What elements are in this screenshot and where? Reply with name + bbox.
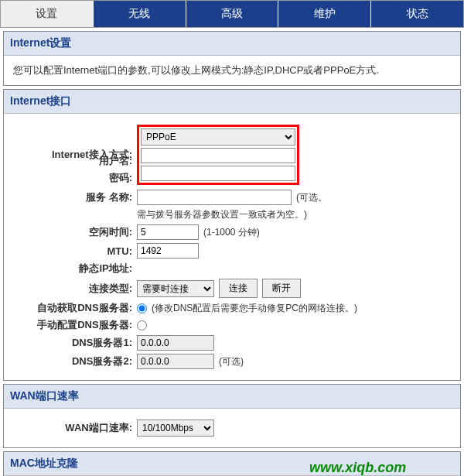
section-desc: 您可以配置Internet端口的参数,可以修改上网模式为:静态IP,DHCP或者… [4, 56, 460, 85]
mtu-input[interactable] [137, 243, 199, 259]
wan-speed-select[interactable]: 10/100Mbps [137, 419, 214, 437]
watermark: www.xiqb.com [309, 460, 406, 476]
note-dns2-opt: (可选) [219, 355, 244, 368]
dns2-input[interactable] [137, 354, 214, 369]
connect-button[interactable]: 连接 [219, 279, 258, 298]
tab-wireless[interactable]: 无线 [94, 1, 186, 27]
note-service-hint: 需与拨号服务器参数设置一致或者为空。) [137, 208, 307, 221]
section-title: WAN端口速率 [4, 385, 460, 409]
idle-time-input[interactable] [137, 224, 199, 240]
label-static-ip: 静态IP地址: [13, 262, 137, 276]
tab-maintenance[interactable]: 维护 [278, 1, 371, 27]
section-title: Internet接口 [4, 90, 460, 114]
label-mtu: MTU: [13, 245, 137, 257]
label-conn-type: 连接类型: [13, 282, 137, 296]
disconnect-button[interactable]: 断开 [262, 279, 301, 298]
tab-advanced[interactable]: 高级 [186, 1, 279, 27]
conn-type-select[interactable]: 需要时连接 [137, 280, 214, 297]
username-input[interactable] [141, 148, 295, 163]
section-internet-settings: Internet设置 您可以配置Internet端口的参数,可以修改上网模式为:… [3, 31, 461, 86]
section-internet-interface: Internet接口 Internet接入方式: PPPoE 用户名: 密码: … [3, 89, 461, 381]
manual-dns-radio[interactable] [137, 320, 147, 330]
dns1-input[interactable] [137, 335, 214, 351]
tab-status[interactable]: 状态 [371, 1, 463, 27]
label-username: 用户名: [13, 154, 137, 168]
note-idle-hint: (1-1000 分钟) [203, 226, 260, 239]
label-manual-dns: 手动配置DNS服务器: [13, 318, 137, 332]
label-password: 密码: [13, 171, 137, 185]
access-mode-select[interactable]: PPPoE [141, 128, 295, 146]
section-wan-speed: WAN端口速率 WAN端口速率: 10/100Mbps [3, 384, 461, 448]
label-wan-speed: WAN端口速率: [13, 421, 137, 435]
tab-settings[interactable]: 设置 [1, 1, 94, 27]
highlight-credentials: PPPoE [137, 125, 299, 185]
note-dns-hint: (修改DNS配置后需要您手动修复PC的网络连接。) [152, 302, 357, 315]
tab-bar: 设置 无线 高级 维护 状态 [0, 0, 464, 28]
label-service-name: 服务 名称: [13, 190, 137, 204]
label-auto-dns: 自动获取DNS服务器: [13, 301, 137, 315]
password-input[interactable] [141, 166, 295, 181]
label-dns2: DNS服务器2: [13, 354, 137, 368]
label-idle-time: 空闲时间: [13, 225, 137, 239]
section-title: Internet设置 [4, 32, 460, 56]
note-optional: (可选。 [296, 191, 327, 204]
auto-dns-radio[interactable] [137, 303, 147, 313]
service-name-input[interactable] [137, 190, 292, 205]
label-dns1: DNS服务器1: [13, 336, 137, 350]
